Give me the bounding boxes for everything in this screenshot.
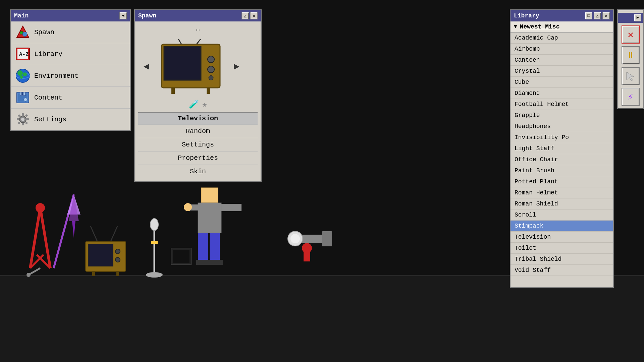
library-item-potted-plant[interactable]: Potted Plant: [511, 176, 613, 187]
svg-point-52: [17, 70, 23, 76]
library-panel-buttons: □ △ ✕: [585, 12, 610, 19]
svg-rect-20: [116, 272, 119, 276]
spawn-properties-btn[interactable]: Properties: [138, 151, 258, 165]
library-collapse-arrow[interactable]: ▼: [514, 24, 517, 30]
main-panel-title: Main: [14, 12, 29, 19]
spawn-settings-btn[interactable]: Settings: [138, 138, 258, 151]
svg-rect-34: [210, 260, 223, 265]
toolbar-close-btn[interactable]: ✕: [622, 25, 640, 44]
library-panel-titlebar: Library □ △ ✕: [511, 10, 613, 21]
spawn-panel-content: ↔ ◄: [135, 21, 261, 181]
library-panel-title: Library: [514, 12, 539, 19]
toolbar-collapse-btn[interactable]: ►: [634, 14, 641, 21]
sidebar-item-settings-label: Settings: [34, 116, 66, 123]
svg-point-74: [208, 56, 214, 63]
spawn-panel-title: Spawn: [138, 12, 156, 19]
spawn-panel-titlebar: Spawn △ ✕: [135, 10, 261, 21]
sidebar-item-library-label: Library: [34, 50, 62, 58]
library-item-airbomb[interactable]: Airbomb: [511, 44, 613, 55]
library-item-television[interactable]: Television: [511, 232, 613, 243]
svg-rect-66: [18, 114, 20, 117]
sidebar-item-content[interactable]: Content: [11, 87, 130, 109]
sidebar-item-environment[interactable]: Environment: [11, 65, 130, 87]
library-item-academic-cap[interactable]: Academic Cap: [511, 33, 613, 44]
svg-rect-32: [210, 233, 220, 260]
library-item-tribal-shield[interactable]: Tribal Shield: [511, 254, 613, 265]
svg-rect-58: [21, 92, 23, 95]
library-item-toilet[interactable]: Toilet: [511, 243, 613, 254]
library-panel-window-btn[interactable]: □: [585, 12, 592, 19]
library-item-invisibility-p[interactable]: Invisibility Po: [511, 132, 613, 143]
svg-rect-33: [196, 260, 210, 265]
toolbar-lightning-btn[interactable]: ⚡: [622, 88, 640, 106]
main-panel: Main ◄ Spawn A-Z Library: [10, 9, 131, 131]
spawn-prev-btn[interactable]: ◄: [138, 62, 155, 72]
right-toolbar: ► ✕ ⏸ ⚡: [617, 9, 644, 109]
svg-point-61: [21, 118, 24, 121]
svg-rect-68: [18, 122, 20, 124]
svg-point-35: [184, 203, 192, 211]
svg-point-54: [20, 75, 23, 79]
library-content: ▼ Newest Misc Academic CapAirbombCanteen…: [511, 21, 613, 287]
toolbar-cursor-btn[interactable]: [622, 67, 640, 85]
library-panel-close-btn[interactable]: ✕: [602, 12, 610, 19]
svg-rect-69: [25, 122, 28, 124]
library-item-canteen[interactable]: Canteen: [511, 55, 613, 66]
library-item-void-staff[interactable]: Void Staff: [511, 265, 613, 276]
library-item-roman-shield[interactable]: Roman Shield: [511, 198, 613, 209]
settings-icon: [15, 112, 30, 127]
spawn-next-btn[interactable]: ►: [228, 62, 245, 72]
library-category[interactable]: Newest Misc: [520, 23, 560, 30]
content-icon: [15, 90, 30, 105]
svg-line-70: [173, 39, 181, 44]
sidebar-item-library[interactable]: A-Z Library: [11, 43, 130, 65]
svg-point-6: [36, 203, 45, 213]
library-panel-minimize-btn[interactable]: △: [594, 12, 601, 19]
svg-rect-40: [304, 248, 310, 261]
svg-point-17: [115, 249, 120, 254]
library-item-cube[interactable]: Cube: [511, 77, 613, 88]
main-panel-collapse-btn[interactable]: ◄: [119, 12, 127, 19]
svg-rect-73: [164, 47, 201, 80]
library-item-football-helmet[interactable]: Football Helmet: [511, 99, 613, 110]
flask-badge: 🧪: [189, 100, 199, 109]
star-badge: ★: [202, 100, 207, 109]
svg-rect-26: [173, 250, 190, 263]
library-item-diamond[interactable]: Diamond: [511, 88, 613, 99]
library-item-headphones[interactable]: Headphones: [511, 121, 613, 132]
library-item-scroll[interactable]: Scroll: [511, 209, 613, 221]
svg-point-8: [26, 273, 31, 277]
spawn-icon: [15, 25, 30, 40]
spawn-preview-row: ◄: [138, 37, 258, 97]
svg-marker-79: [627, 72, 634, 81]
library-item-roman-helmet[interactable]: Roman Helmet: [511, 187, 613, 198]
svg-marker-12: [72, 221, 75, 238]
sidebar-item-spawn[interactable]: Spawn: [11, 21, 130, 43]
spawn-random-btn[interactable]: Random: [138, 124, 258, 138]
library-list[interactable]: Academic CapAirbombCanteenCrystalCubeDia…: [511, 33, 613, 287]
svg-point-22: [150, 219, 158, 231]
svg-text:A-Z: A-Z: [19, 52, 29, 58]
svg-rect-77: [171, 88, 175, 94]
sidebar-item-environment-label: Environment: [34, 72, 78, 80]
spawn-panel-close-btn[interactable]: ✕: [250, 12, 258, 19]
spawn-resize-icon: ↔: [196, 26, 200, 34]
library-item-office-chair[interactable]: Office Chair: [511, 154, 613, 165]
svg-rect-31: [198, 233, 208, 260]
spawn-preview: [155, 37, 228, 97]
library-item-paint-brush[interactable]: Paint Brush: [511, 165, 613, 176]
spawn-skin-btn[interactable]: Skin: [138, 165, 258, 178]
library-item-light-staff[interactable]: Light Staff: [511, 143, 613, 154]
svg-rect-67: [25, 114, 28, 117]
library-item-crystal[interactable]: Crystal: [511, 66, 613, 77]
spawn-item-name: Television: [138, 112, 258, 124]
sidebar-item-settings[interactable]: Settings: [11, 109, 130, 130]
svg-point-45: [22, 32, 27, 37]
toolbar-pause-btn[interactable]: ⏸: [622, 46, 640, 64]
spawn-panel-minimize-btn[interactable]: △: [241, 12, 249, 19]
sidebar-item-spawn-label: Spawn: [34, 28, 54, 36]
svg-rect-38: [322, 231, 332, 246]
library-item-grapple[interactable]: Grapple: [511, 110, 613, 121]
library-item-stimpack[interactable]: Stimpack: [511, 221, 613, 232]
svg-point-42: [290, 234, 300, 243]
